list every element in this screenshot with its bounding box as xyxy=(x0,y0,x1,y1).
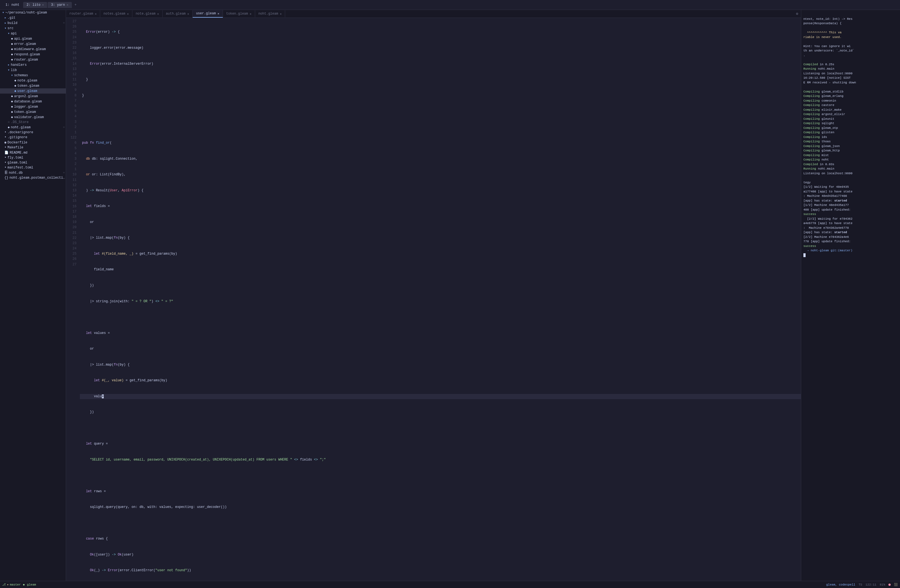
code-line: Ok(_) -> Error(error.ClientError("user n… xyxy=(80,568,801,573)
code-line: Error(error.InternalServerError) xyxy=(80,61,801,67)
code-line: "SELECT id, username, email, password, U… xyxy=(80,457,801,462)
code-line xyxy=(80,125,801,130)
tree-item-noht-gleam[interactable]: ◆ noht.gleam ○ xyxy=(0,125,66,130)
code-line: } xyxy=(80,77,801,82)
tree-item-noht-db[interactable]: 🗄 noht.db ○ xyxy=(0,170,66,175)
status-terminal[interactable]: ⬛ xyxy=(894,583,898,586)
tab-noht-gleam-close[interactable]: ✕ xyxy=(280,12,282,16)
tree-item-readme[interactable]: 📄 README.md xyxy=(0,150,66,155)
tab-auth-gleam-close[interactable]: ✕ xyxy=(188,12,189,16)
status-ts[interactable]: TS xyxy=(858,583,862,586)
tab-token-gleam-close[interactable]: ✕ xyxy=(250,12,251,16)
tree-item-gleam-toml[interactable]: • gleam.toml xyxy=(0,160,66,165)
tab-noht-gleam[interactable]: noht.gleam ✕ xyxy=(255,10,286,17)
code-line xyxy=(80,473,801,478)
tree-item-postman[interactable]: {} noht.gleam.postman_collecti... xyxy=(0,175,66,180)
tree-item-user-gleam[interactable]: ◆ user.gleam xyxy=(0,88,66,94)
tree-item-note-gleam[interactable]: ◆ note.gleam xyxy=(0,78,66,83)
line-numbers: 27 26 25 24 23 22 16 15 14 13 12 11 10 9… xyxy=(66,18,80,581)
tree-item-dockerignore[interactable]: • .dockerignore xyxy=(0,130,66,135)
add-tab-button[interactable]: + xyxy=(72,2,79,8)
code-line xyxy=(80,425,801,431)
tree-item-handlers[interactable]: ▸ handlers xyxy=(0,62,66,67)
tab-router-gleam-close[interactable]: ✕ xyxy=(95,12,96,16)
settings-icon[interactable]: ⚙ xyxy=(793,10,801,18)
status-branch[interactable]: ⎇ ✦ master xyxy=(2,583,21,586)
code-editor[interactable]: 27 26 25 24 23 22 16 15 14 13 12 11 10 9… xyxy=(66,18,801,581)
tree-item-git[interactable]: ▸ .git xyxy=(0,15,66,20)
tree-item-validator-gleam[interactable]: ◆ validator.gleam xyxy=(0,115,66,120)
tree-item-api[interactable]: ▾ api xyxy=(0,31,66,36)
tab-noht-gleam-label: noht.gleam xyxy=(258,12,278,16)
tree-item-argon2-gleam[interactable]: ◆ argon2.gleam xyxy=(0,94,66,99)
code-line xyxy=(80,315,801,320)
tab-auth-gleam[interactable]: auth.gleam ✕ xyxy=(163,10,193,17)
code-line: let rows = xyxy=(80,489,801,494)
editor-area: router.gleam ✕ notes.gleam ✕ note.gleam … xyxy=(66,10,801,581)
code-line: sqlight.query(query, on: db, with: value… xyxy=(80,504,801,510)
tree-item-api-gleam[interactable]: ◆ api.gleam xyxy=(0,36,66,41)
tree-item-middleware-gleam[interactable]: ◆ middleware.gleam xyxy=(0,47,66,52)
tab-noht[interactable]: 1: noht xyxy=(2,2,23,8)
tab-lito[interactable]: 2: lito ✕ xyxy=(23,2,47,8)
tree-item-lib[interactable]: ▾ lib xyxy=(0,67,66,73)
tree-item-fly-toml[interactable]: • fly.toml xyxy=(0,155,66,160)
code-line: or xyxy=(80,220,801,225)
tab-lito-label: 2: lito xyxy=(26,3,40,7)
tab-notes-gleam-close[interactable]: ✕ xyxy=(127,12,129,16)
code-line-active: value xyxy=(80,394,801,399)
code-line: or xyxy=(80,346,801,352)
tab-note-gleam-label: note.gleam xyxy=(136,12,155,16)
tree-item-token-gleam2[interactable]: ◆ token.gleam xyxy=(0,109,66,115)
tree-item-makefile[interactable]: • Makefile xyxy=(0,145,66,150)
tab-router-gleam-label: router.gleam xyxy=(69,12,93,16)
code-line: ) -> Result(User, ApiError) { xyxy=(80,188,801,193)
main-container: ▾ ~/personal/noht-gleam ▸ .git ▸ build ○… xyxy=(0,10,900,581)
code-line: } xyxy=(80,93,801,98)
code-line: }) xyxy=(80,410,801,415)
tab-note-gleam[interactable]: note.gleam ✕ xyxy=(132,10,163,17)
status-bar: ⎇ ✦ master ◆ gleam gleam, codespell TS 1… xyxy=(0,581,900,588)
tab-lito-close[interactable]: ✕ xyxy=(42,3,44,6)
code-content[interactable]: Error(error) -> { logger.error(error.mes… xyxy=(80,18,801,581)
code-line: let #(field_name, _) = get_find_params(b… xyxy=(80,251,801,256)
status-language[interactable]: gleam, codespell xyxy=(826,583,855,586)
tab-user-gleam-close[interactable]: ✕ xyxy=(217,12,219,16)
tab-auth-gleam-label: auth.gleam xyxy=(166,12,186,16)
status-zoom: 81% xyxy=(880,583,885,586)
tab-user-gleam[interactable]: user.gleam ✕ xyxy=(192,10,223,18)
tab-note-gleam-close[interactable]: ✕ xyxy=(157,12,159,16)
tree-item-ds-store[interactable]: ○ .DS_Store xyxy=(0,120,66,125)
tree-item-build[interactable]: ▸ build ○ xyxy=(0,20,66,26)
tree-item-database-gleam[interactable]: ◆ database.gleam xyxy=(0,99,66,104)
code-line: |> list.map(fn(by) { xyxy=(80,235,801,240)
branch-icon: ⎇ xyxy=(2,583,6,586)
tab-yarn[interactable]: 3: yarn ✕ xyxy=(48,2,71,8)
status-gleam-label: gleam xyxy=(27,583,36,586)
file-tree-root[interactable]: ▾ ~/personal/noht-gleam xyxy=(0,10,66,15)
tree-item-schemas[interactable]: ▾ schemas xyxy=(0,73,66,78)
status-right: gleam, codespell TS 122:11 81% ⬛ xyxy=(826,583,898,586)
tab-yarn-close[interactable]: ✕ xyxy=(67,3,68,6)
editor-tabs: router.gleam ✕ notes.gleam ✕ note.gleam … xyxy=(66,10,801,18)
tab-notes-gleam[interactable]: notes.gleam ✕ xyxy=(100,10,132,17)
tree-item-dockerfile[interactable]: ◉ Dockerfile xyxy=(0,140,66,145)
tree-item-token-gleam[interactable]: ◆ token.gleam xyxy=(0,83,66,88)
code-line: |> string.join(with: " = ? OR ") <> " = … xyxy=(80,299,801,304)
code-line xyxy=(80,521,801,526)
tab-router-gleam[interactable]: router.gleam ✕ xyxy=(66,10,100,17)
tree-item-gitignore[interactable]: • .gitignore xyxy=(0,135,66,140)
tree-item-src[interactable]: ▾ src xyxy=(0,26,66,31)
tree-item-logger-gleam[interactable]: ◆ logger.gleam xyxy=(0,104,66,109)
tree-item-error-gleam[interactable]: ◆ error.gleam xyxy=(0,41,66,47)
code-line: case rows { xyxy=(80,536,801,541)
tab-token-gleam[interactable]: token.gleam ✕ xyxy=(223,10,255,17)
tree-item-respond-gleam[interactable]: ◆ respond.gleam xyxy=(0,52,66,57)
code-line: }) xyxy=(80,283,801,288)
code-line: db db: sqlight.Connection, xyxy=(80,157,801,161)
branch-label: master xyxy=(10,583,21,586)
file-tree: ▾ ~/personal/noht-gleam ▸ .git ▸ build ○… xyxy=(0,10,66,581)
tree-item-manifest-toml[interactable]: • manifest.toml xyxy=(0,165,66,170)
tree-item-router-gleam[interactable]: ◆ router.gleam xyxy=(0,57,66,62)
terminal-output: ntext, note_id: Int) -> Res ponse(Respon… xyxy=(804,12,898,262)
